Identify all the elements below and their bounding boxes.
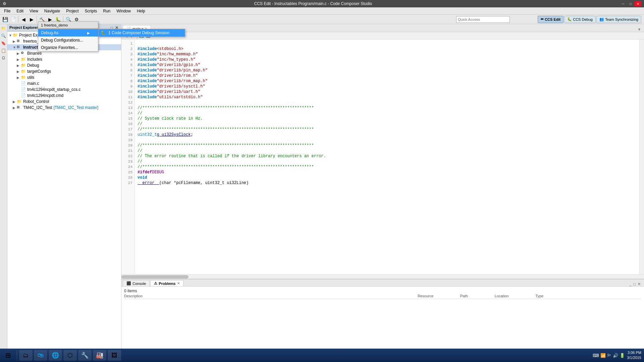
scrollbar-thumb-h[interactable]	[121, 275, 189, 279]
tree-item-cmd[interactable]: 📄 tm4c1294ncpdt.cmd	[7, 93, 121, 99]
line-num-23: 23	[121, 159, 135, 164]
bottom-minimize-btn[interactable]: _	[629, 282, 632, 286]
perspective-team-sync[interactable]: 👥 Team Synchronizing	[596, 16, 641, 23]
menu-project[interactable]: Project	[63, 8, 81, 14]
maximize-button[interactable]: □	[627, 1, 634, 6]
tree-arrow: ▶	[17, 52, 21, 55]
editor-back-btn[interactable]: ◀	[123, 33, 129, 39]
toolbar-debug[interactable]: 🐛	[54, 16, 62, 23]
sidebar-icon-explorer[interactable]: 📁	[1, 25, 7, 32]
toolbar-save[interactable]: 💾	[1, 16, 9, 23]
taskbar-item-tools[interactable]: 🔧	[78, 350, 92, 361]
line-num-16: 16	[121, 121, 135, 127]
code-content[interactable]: #include <stdbool.h> #include "inc/hw_me…	[135, 40, 639, 274]
editor-scrollbar-h[interactable]	[121, 274, 644, 279]
startup-icon: 📄	[21, 87, 26, 92]
toolbar-forward[interactable]: ▶	[28, 16, 35, 23]
tree-item-binaries[interactable]: ▶ ⚙ Binaries	[7, 50, 121, 56]
code-line-22: // The error routine that is called if t…	[138, 154, 637, 159]
tree-item-tm4c[interactable]: ▶ ⊞ TM4C_I2C_Test [TM4C_I2C_Test master]	[7, 105, 121, 111]
perspective-ccs-debug[interactable]: 🐛 CCS Debug	[564, 16, 596, 23]
bottom-maximize-btn[interactable]: □	[633, 282, 636, 286]
taskbar-ccs-icon: 🏭	[96, 352, 103, 359]
panel-maximize-btn[interactable]: □	[110, 25, 114, 30]
line-num-3: 3	[121, 52, 135, 57]
right-scrollbar[interactable]	[639, 40, 644, 274]
bottom-close-btn[interactable]: ✕	[637, 282, 641, 286]
tree-item-mainc[interactable]: 📄 main.c	[7, 80, 121, 86]
taskbar-battery-icon[interactable]: 🔋	[620, 353, 625, 358]
toolbar-back[interactable]: ◀	[20, 16, 27, 23]
quick-access-input[interactable]	[456, 16, 510, 23]
tree-item-freertos[interactable]: ▶ ⊞ freertos_demo	[7, 38, 121, 44]
line-num-27: 27	[121, 180, 135, 186]
taskbar-date: 3/1/2015	[627, 355, 641, 360]
bottom-tab-console[interactable]: ⬛ Console	[123, 280, 150, 286]
tree-item-utils[interactable]: ▶ 📁 utils	[7, 74, 121, 80]
toolbar-new[interactable]: 📄	[9, 16, 17, 23]
menu-navigate[interactable]: Navigate	[42, 8, 63, 14]
taskbar-clock[interactable]: 3:06 PM 3/1/2015	[627, 350, 641, 361]
tree-item-project-explorer[interactable]: ▼ 📁 Project Explorer	[7, 32, 121, 38]
tree-item-startup[interactable]: 📄 tm4c1294ncpdt_startup_ccs.c	[7, 86, 121, 93]
taskbar-item-ccs[interactable]: 🏭	[93, 350, 106, 361]
taskbar-start-button[interactable]: ⊞	[1, 349, 15, 361]
tree-item-instructables[interactable]: ▼ ⊟ Instructables Program	[7, 44, 121, 50]
taskbar-item-chrome[interactable]: 🌐	[49, 350, 62, 361]
editor-forward-btn[interactable]: ▶	[129, 33, 136, 39]
panel-minimize-btn[interactable]: _	[106, 25, 109, 30]
sidebar-icon-tasks[interactable]: 📋	[1, 48, 7, 54]
toolbar-search[interactable]: 🔍	[65, 16, 72, 23]
code-line-27: __error__(char *pcFilename, uint32_t ui3…	[138, 180, 637, 186]
editor-tab-mainc[interactable]: 📄 main.c ✕	[123, 25, 151, 32]
line-num-14: 14	[121, 111, 135, 116]
close-button[interactable]: ✕	[635, 1, 641, 6]
taskbar-item-cube[interactable]: ⬡	[63, 350, 77, 361]
editor-tab-arrow[interactable]: ▼	[637, 27, 643, 32]
sidebar-icon-search[interactable]: 🔍	[1, 33, 7, 39]
sidebar-icon-symbols[interactable]: Ω	[1, 55, 7, 61]
taskbar-item-store[interactable]: 🛍	[34, 350, 47, 361]
menu-run[interactable]: Run	[100, 8, 113, 14]
taskbar-store-icon: 🛍	[38, 352, 44, 359]
perspective-ccs-edit[interactable]: ✏ CCS Edit	[538, 16, 564, 23]
menu-window[interactable]: Window	[114, 8, 133, 14]
sidebar-icon-bookmark[interactable]: 🔖	[1, 40, 7, 46]
tree-item-robot[interactable]: ▶ 📁 Robot_Control	[7, 99, 121, 105]
editor-refresh-btn[interactable]: 🔄	[145, 33, 151, 39]
minimize-button[interactable]: ─	[620, 1, 627, 6]
toolbar-build[interactable]: 🔨	[38, 16, 46, 23]
panel-close-btn[interactable]: ✕	[114, 25, 119, 30]
menu-file[interactable]: File	[1, 8, 13, 14]
bottom-tab-problems[interactable]: ⚠ Problems ✕	[150, 280, 183, 286]
mainc-label: main.c	[27, 81, 39, 86]
menu-help[interactable]: Help	[134, 8, 148, 14]
code-line-7: #include "driverlib/rom.h"	[138, 73, 637, 78]
taskbar-network-icon[interactable]: 📶	[600, 353, 606, 358]
code-line-3: #include "inc/hw_memmap.h"	[138, 52, 637, 57]
menu-edit[interactable]: Edit	[14, 8, 26, 14]
taskbar-item-photos[interactable]: 🖼	[108, 350, 121, 361]
console-tab-icon: ⬛	[126, 281, 131, 286]
code-line-13: //**************************************…	[138, 105, 637, 111]
cmd-icon: 📄	[21, 93, 26, 98]
code-editor[interactable]: 1 2 3 4 5 6 7 8 9 10 11 12 13 14 15 16 1	[121, 40, 644, 274]
toolbar-settings[interactable]: ⚙	[73, 16, 80, 23]
code-line-21: //	[138, 148, 637, 154]
mainc-tab-close[interactable]: ✕	[145, 27, 147, 31]
menu-scripts[interactable]: Scripts	[82, 8, 100, 14]
freertos-label: freertos_demo	[23, 39, 49, 44]
taskbar-item-explorer[interactable]: 🗂	[19, 350, 33, 361]
taskbar-flag-icon[interactable]: 🏳	[607, 353, 611, 358]
taskbar-volume-icon[interactable]: 🔊	[613, 353, 618, 358]
editor-save-btn[interactable]: 💾	[139, 33, 145, 39]
taskbar-keyboard-icon[interactable]: ⌨	[593, 353, 599, 358]
problems-tab-close[interactable]: ✕	[177, 282, 180, 285]
tree-item-includes[interactable]: ▶ 📁 Includes	[7, 56, 121, 62]
menu-view[interactable]: View	[27, 8, 41, 14]
tree-item-targetconfigs[interactable]: ▶ 📁 targetConfigs	[7, 68, 121, 74]
toolbar-run[interactable]: ▶	[46, 16, 54, 23]
tree-item-debug[interactable]: ▶ 📁 Debug	[7, 62, 121, 68]
code-line-14: //	[138, 111, 637, 116]
items-count: 0 items	[124, 288, 641, 294]
